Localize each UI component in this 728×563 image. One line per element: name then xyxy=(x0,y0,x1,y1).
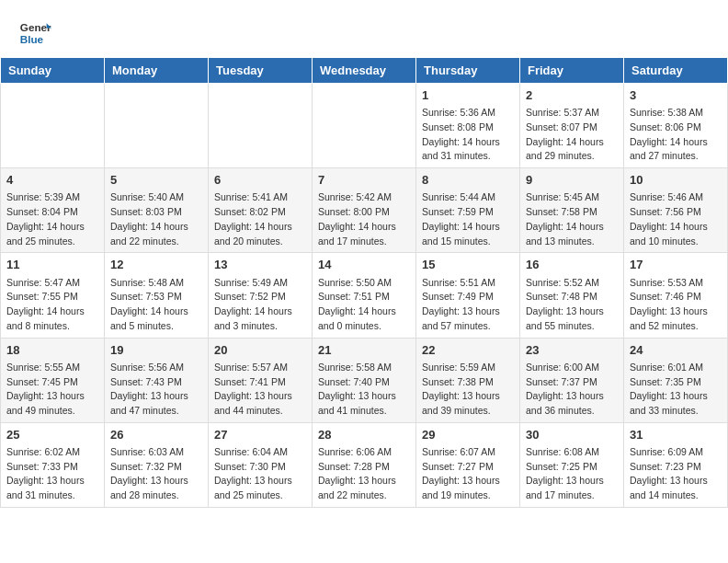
day-number: 3 xyxy=(630,87,722,104)
day-number: 29 xyxy=(422,427,514,443)
calendar-cell: 8Sunrise: 5:44 AM Sunset: 7:59 PM Daylig… xyxy=(416,168,520,253)
day-number: 9 xyxy=(526,172,618,189)
day-info: Sunrise: 5:38 AM Sunset: 8:06 PM Dayligh… xyxy=(630,106,722,164)
day-number: 20 xyxy=(214,342,306,359)
calendar-cell: 14Sunrise: 5:50 AM Sunset: 7:51 PM Dayli… xyxy=(313,253,416,338)
calendar-cell: 9Sunrise: 5:45 AM Sunset: 7:58 PM Daylig… xyxy=(520,168,624,253)
calendar-cell xyxy=(313,84,416,168)
day-number: 17 xyxy=(630,257,722,273)
logo: General Blue xyxy=(18,17,51,50)
day-info: Sunrise: 6:09 AM Sunset: 7:23 PM Dayligh… xyxy=(630,445,722,503)
weekday-header-sunday: Sunday xyxy=(1,58,105,84)
day-info: Sunrise: 5:52 AM Sunset: 7:48 PM Dayligh… xyxy=(526,276,618,334)
calendar-cell: 5Sunrise: 5:40 AM Sunset: 8:03 PM Daylig… xyxy=(105,168,209,253)
day-info: Sunrise: 6:04 AM Sunset: 7:30 PM Dayligh… xyxy=(214,445,306,503)
day-info: Sunrise: 5:57 AM Sunset: 7:41 PM Dayligh… xyxy=(214,361,306,419)
calendar-cell: 26Sunrise: 6:03 AM Sunset: 7:32 PM Dayli… xyxy=(105,422,209,507)
day-info: Sunrise: 5:53 AM Sunset: 7:46 PM Dayligh… xyxy=(630,276,722,334)
calendar-cell: 12Sunrise: 5:48 AM Sunset: 7:53 PM Dayli… xyxy=(105,253,209,338)
calendar-week-row: 18Sunrise: 5:55 AM Sunset: 7:45 PM Dayli… xyxy=(1,338,728,422)
day-number: 4 xyxy=(6,172,98,189)
day-info: Sunrise: 6:03 AM Sunset: 7:32 PM Dayligh… xyxy=(110,445,202,503)
day-info: Sunrise: 5:40 AM Sunset: 8:03 PM Dayligh… xyxy=(110,190,202,248)
day-info: Sunrise: 6:08 AM Sunset: 7:25 PM Dayligh… xyxy=(526,445,618,503)
page-header: General Blue xyxy=(0,0,728,57)
day-info: Sunrise: 5:41 AM Sunset: 8:02 PM Dayligh… xyxy=(214,190,306,248)
day-number: 7 xyxy=(318,172,410,189)
day-info: Sunrise: 5:37 AM Sunset: 8:07 PM Dayligh… xyxy=(526,106,618,164)
day-number: 10 xyxy=(630,172,722,189)
calendar-cell: 17Sunrise: 5:53 AM Sunset: 7:46 PM Dayli… xyxy=(624,253,728,338)
calendar-cell: 27Sunrise: 6:04 AM Sunset: 7:30 PM Dayli… xyxy=(209,422,313,507)
day-number: 16 xyxy=(526,257,618,273)
day-number: 6 xyxy=(214,172,306,189)
day-info: Sunrise: 6:01 AM Sunset: 7:35 PM Dayligh… xyxy=(630,361,722,419)
calendar-week-row: 4Sunrise: 5:39 AM Sunset: 8:04 PM Daylig… xyxy=(1,168,728,253)
day-info: Sunrise: 5:45 AM Sunset: 7:58 PM Dayligh… xyxy=(526,190,618,248)
calendar-cell: 20Sunrise: 5:57 AM Sunset: 7:41 PM Dayli… xyxy=(209,338,313,422)
weekday-header-saturday: Saturday xyxy=(624,58,728,84)
day-number: 30 xyxy=(526,427,618,443)
day-number: 15 xyxy=(422,257,514,273)
calendar-cell: 29Sunrise: 6:07 AM Sunset: 7:27 PM Dayli… xyxy=(416,422,520,507)
day-info: Sunrise: 5:50 AM Sunset: 7:51 PM Dayligh… xyxy=(318,276,410,334)
day-info: Sunrise: 5:42 AM Sunset: 8:00 PM Dayligh… xyxy=(318,190,410,248)
day-info: Sunrise: 5:51 AM Sunset: 7:49 PM Dayligh… xyxy=(422,276,514,334)
day-info: Sunrise: 5:47 AM Sunset: 7:55 PM Dayligh… xyxy=(6,276,98,334)
day-number: 24 xyxy=(630,342,722,359)
day-number: 19 xyxy=(110,342,202,359)
calendar-cell: 30Sunrise: 6:08 AM Sunset: 7:25 PM Dayli… xyxy=(520,422,624,507)
day-info: Sunrise: 5:55 AM Sunset: 7:45 PM Dayligh… xyxy=(6,361,98,419)
calendar-week-row: 11Sunrise: 5:47 AM Sunset: 7:55 PM Dayli… xyxy=(1,253,728,338)
day-number: 23 xyxy=(526,342,618,359)
calendar-cell: 28Sunrise: 6:06 AM Sunset: 7:28 PM Dayli… xyxy=(313,422,416,507)
calendar-cell: 22Sunrise: 5:59 AM Sunset: 7:38 PM Dayli… xyxy=(416,338,520,422)
day-number: 1 xyxy=(422,87,514,104)
calendar-cell: 19Sunrise: 5:56 AM Sunset: 7:43 PM Dayli… xyxy=(105,338,209,422)
calendar-cell xyxy=(1,84,105,168)
day-number: 28 xyxy=(318,427,410,443)
day-number: 26 xyxy=(110,427,202,443)
svg-text:Blue: Blue xyxy=(20,33,44,45)
calendar-cell: 7Sunrise: 5:42 AM Sunset: 8:00 PM Daylig… xyxy=(313,168,416,253)
weekday-header-friday: Friday xyxy=(520,58,624,84)
calendar-cell: 24Sunrise: 6:01 AM Sunset: 7:35 PM Dayli… xyxy=(624,338,728,422)
day-info: Sunrise: 6:00 AM Sunset: 7:37 PM Dayligh… xyxy=(526,361,618,419)
day-info: Sunrise: 5:39 AM Sunset: 8:04 PM Dayligh… xyxy=(6,190,98,248)
weekday-header-thursday: Thursday xyxy=(416,58,520,84)
day-info: Sunrise: 6:07 AM Sunset: 7:27 PM Dayligh… xyxy=(422,445,514,503)
weekday-header-row: SundayMondayTuesdayWednesdayThursdayFrid… xyxy=(1,58,728,84)
calendar-cell: 31Sunrise: 6:09 AM Sunset: 7:23 PM Dayli… xyxy=(624,422,728,507)
day-number: 2 xyxy=(526,87,618,104)
day-number: 31 xyxy=(630,427,722,443)
calendar-cell: 1Sunrise: 5:36 AM Sunset: 8:08 PM Daylig… xyxy=(416,84,520,168)
weekday-header-tuesday: Tuesday xyxy=(209,58,313,84)
day-number: 12 xyxy=(110,257,202,273)
day-number: 25 xyxy=(6,427,98,443)
calendar-cell: 16Sunrise: 5:52 AM Sunset: 7:48 PM Dayli… xyxy=(520,253,624,338)
calendar-cell: 21Sunrise: 5:58 AM Sunset: 7:40 PM Dayli… xyxy=(313,338,416,422)
calendar-cell: 4Sunrise: 5:39 AM Sunset: 8:04 PM Daylig… xyxy=(1,168,105,253)
calendar-cell xyxy=(105,84,209,168)
day-info: Sunrise: 5:49 AM Sunset: 7:52 PM Dayligh… xyxy=(214,276,306,334)
calendar-cell: 15Sunrise: 5:51 AM Sunset: 7:49 PM Dayli… xyxy=(416,253,520,338)
day-number: 8 xyxy=(422,172,514,189)
calendar-cell: 2Sunrise: 5:37 AM Sunset: 8:07 PM Daylig… xyxy=(520,84,624,168)
calendar-cell: 23Sunrise: 6:00 AM Sunset: 7:37 PM Dayli… xyxy=(520,338,624,422)
day-number: 11 xyxy=(6,257,98,273)
calendar-cell: 6Sunrise: 5:41 AM Sunset: 8:02 PM Daylig… xyxy=(209,168,313,253)
day-info: Sunrise: 5:48 AM Sunset: 7:53 PM Dayligh… xyxy=(110,276,202,334)
day-info: Sunrise: 5:59 AM Sunset: 7:38 PM Dayligh… xyxy=(422,361,514,419)
day-number: 27 xyxy=(214,427,306,443)
calendar-cell: 13Sunrise: 5:49 AM Sunset: 7:52 PM Dayli… xyxy=(209,253,313,338)
calendar-cell: 18Sunrise: 5:55 AM Sunset: 7:45 PM Dayli… xyxy=(1,338,105,422)
weekday-header-monday: Monday xyxy=(105,58,209,84)
day-info: Sunrise: 5:58 AM Sunset: 7:40 PM Dayligh… xyxy=(318,361,410,419)
day-number: 13 xyxy=(214,257,306,273)
calendar-cell: 11Sunrise: 5:47 AM Sunset: 7:55 PM Dayli… xyxy=(1,253,105,338)
calendar-week-row: 25Sunrise: 6:02 AM Sunset: 7:33 PM Dayli… xyxy=(1,422,728,507)
day-number: 21 xyxy=(318,342,410,359)
day-number: 14 xyxy=(318,257,410,273)
day-info: Sunrise: 6:06 AM Sunset: 7:28 PM Dayligh… xyxy=(318,445,410,503)
day-info: Sunrise: 5:44 AM Sunset: 7:59 PM Dayligh… xyxy=(422,190,514,248)
